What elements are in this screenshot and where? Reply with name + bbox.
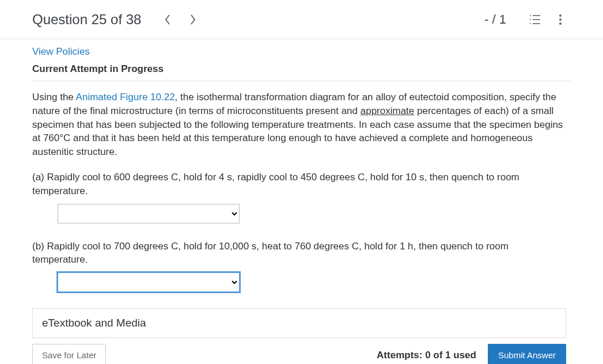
question-footer: Save for Later Attempts: 0 of 1 used Sub… (32, 344, 566, 364)
part-a-text: (a) Rapidly cool to 600 degrees C, hold … (32, 170, 566, 198)
svg-point-7 (559, 18, 562, 21)
question-title: Question 25 of 38 (32, 12, 141, 28)
svg-point-8 (559, 22, 562, 25)
etextbook-media-panel[interactable]: eTextbook and Media (32, 308, 566, 338)
chevron-right-icon (190, 14, 196, 25)
part-b-text: (b) Rapidly cool to 700 degrees C, hold … (32, 240, 566, 267)
question-score: - / 1 (484, 12, 506, 27)
save-for-later-button[interactable]: Save for Later (32, 344, 106, 364)
more-vertical-icon (559, 14, 562, 25)
animated-figure-link[interactable]: Animated Figure 10.22 (76, 92, 175, 103)
view-policies-link[interactable]: View Policies (32, 46, 90, 58)
question-list-button[interactable] (525, 9, 545, 30)
chevron-left-icon (165, 14, 170, 25)
attempt-status: Current Attempt in Progress (32, 63, 571, 75)
list-icon (529, 14, 541, 25)
approximate-word: approximate (361, 105, 415, 116)
svg-point-6 (559, 14, 562, 17)
question-intro: Using the Animated Figure 10.22, the iso… (32, 90, 566, 159)
question-header: Question 25 of 38 - / 1 (0, 0, 603, 39)
next-question-button[interactable] (183, 9, 203, 30)
submit-answer-button[interactable]: Submit Answer (488, 344, 566, 364)
intro-text-pre: Using the (32, 92, 76, 103)
question-body: Using the Animated Figure 10.22, the iso… (32, 81, 571, 364)
part-b-select[interactable] (58, 272, 240, 292)
prev-question-button[interactable] (157, 9, 178, 30)
part-a-select[interactable] (58, 204, 240, 223)
more-options-button[interactable] (550, 9, 571, 30)
question-content: View Policies Current Attempt in Progres… (0, 39, 603, 364)
attempts-text: Attempts: 0 of 1 used (377, 350, 476, 361)
